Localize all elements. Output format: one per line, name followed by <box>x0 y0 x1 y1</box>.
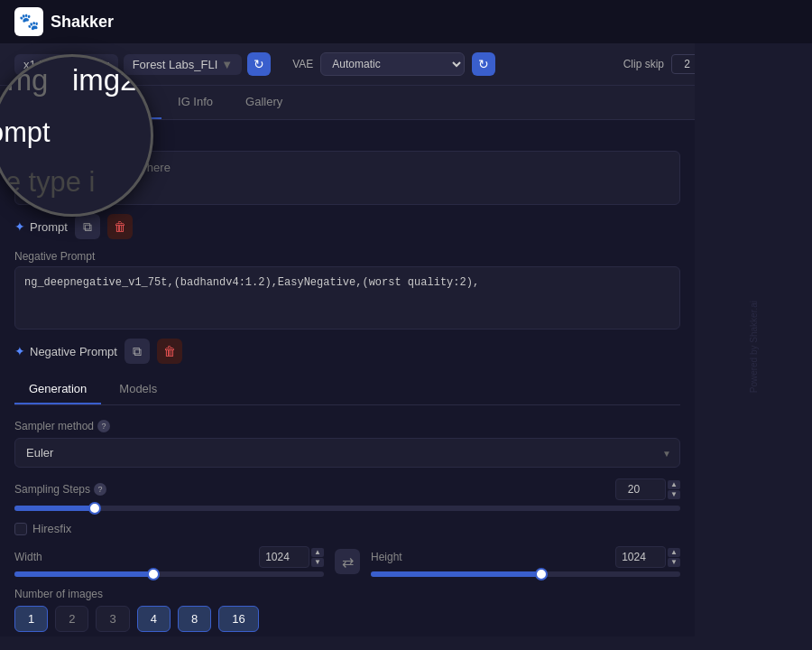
hiresfix-section: Hiresfix <box>14 522 680 535</box>
sampling-steps-input[interactable] <box>615 478 666 500</box>
steps-help-icon[interactable]: ? <box>94 483 106 496</box>
magnifier-content: xt2img img2img Prompt ease type i <box>0 54 153 217</box>
height-input[interactable] <box>615 546 666 568</box>
trash-icon: 🗑 <box>114 219 126 234</box>
sampler-section: Sampler method ? Euler Euler a DPM++ 2M … <box>14 420 680 468</box>
tab-generation[interactable]: Generation <box>14 375 101 404</box>
steps-down[interactable]: ▼ <box>668 490 680 499</box>
copy-icon: ⧉ <box>83 219 92 235</box>
generation-tabs: Generation Models <box>14 375 680 405</box>
width-down[interactable]: ▼ <box>311 558 324 567</box>
hiresfix-checkbox[interactable] <box>14 523 27 535</box>
trash-icon: 🗑 <box>163 344 176 358</box>
magnifier-overlay: xt2img img2img Prompt ease type i <box>0 54 153 217</box>
hiresfix-label: Hiresfix <box>32 522 71 535</box>
top-bar: 🐾 Shakker <box>0 0 812 43</box>
width-label: Width <box>14 551 42 563</box>
num-images-16[interactable]: 16 <box>218 606 258 632</box>
sampler-select-wrapper: Euler Euler a DPM++ 2M DPM++ SDE DDIM <box>14 438 680 468</box>
dimensions-section: Width ▲ ▼ ⇄ Height <box>14 546 680 577</box>
copy-icon: ⧉ <box>133 344 142 359</box>
num-images-8[interactable]: 8 <box>178 606 211 632</box>
num-images-3[interactable]: 3 <box>96 606 129 632</box>
height-slider[interactable] <box>371 571 680 577</box>
logo-text: Shakker <box>51 13 114 32</box>
negative-prompt-textarea[interactable]: ng_deepnegative_v1_75t,(badhandv4:1.2),E… <box>14 266 680 330</box>
vae-label: VAE <box>292 58 313 70</box>
sampling-steps-slider[interactable] <box>14 506 680 511</box>
tab-gallery[interactable]: Gallery <box>229 86 299 119</box>
negative-prompt-toolbar-label: Negative Prompt <box>30 345 117 358</box>
tab-models[interactable]: Models <box>105 375 171 404</box>
height-up[interactable]: ▲ <box>668 548 680 557</box>
neg-prompt-delete-button[interactable]: 🗑 <box>157 339 182 364</box>
width-section: Width ▲ ▼ <box>14 546 324 577</box>
neg-prompt-icon: ✦ <box>14 344 25 358</box>
width-slider[interactable] <box>14 571 324 577</box>
watermark-text: Powered by Shakker.ai <box>749 301 759 393</box>
prompt-delete-button[interactable]: 🗑 <box>107 214 133 239</box>
logo-icon: 🐾 <box>14 7 43 36</box>
prompt-toolbar: ✦ Prompt ⧉ 🗑 <box>14 214 680 239</box>
right-panel: Powered by Shakker.ai <box>695 43 812 650</box>
width-up[interactable]: ▲ <box>311 548 324 557</box>
mag-txt2img-tab: xt2img <box>0 62 48 96</box>
steps-up[interactable]: ▲ <box>668 480 680 489</box>
num-images-section: Number of images 1 2 3 4 8 16 <box>14 588 680 632</box>
swap-icon: ⇄ <box>342 553 354 571</box>
num-images-4[interactable]: 4 <box>137 606 171 632</box>
mag-img2img-tab: img2img <box>71 62 153 96</box>
mag-prompt-label: Prompt <box>0 108 153 158</box>
vae-refresh-button[interactable]: ↻ <box>472 52 495 76</box>
negative-prompt-toolbar: ✦ Negative Prompt ⧉ 🗑 <box>14 339 680 364</box>
num-images-label: Number of images <box>14 588 680 600</box>
chevron-down-icon: ▼ <box>221 58 233 71</box>
clip-skip-label: Clip skip <box>623 58 664 70</box>
sampler-label: Sampler method ? <box>14 420 680 432</box>
sampling-steps-header: Sampling Steps ? ▲ ▼ <box>14 478 680 500</box>
sampler-select[interactable]: Euler Euler a DPM++ 2M DPM++ SDE DDIM <box>14 438 680 468</box>
swap-dimensions-button[interactable]: ⇄ <box>335 549 360 574</box>
sampling-steps-section: Sampling Steps ? ▲ ▼ <box>14 478 680 511</box>
negative-prompt-section: Negative Prompt ng_deepnegative_v1_75t,(… <box>14 250 680 364</box>
prompt-icon: ✦ <box>14 219 25 234</box>
prompt-copy-button[interactable]: ⧉ <box>75 214 100 239</box>
model-refresh-button[interactable]: ↻ <box>247 52 271 76</box>
prompt-toolbar-label: Prompt <box>30 220 68 234</box>
num-images-2[interactable]: 2 <box>55 606 88 632</box>
negative-prompt-label: Negative Prompt <box>14 250 680 263</box>
height-label: Height <box>371 551 402 563</box>
num-images-1[interactable]: 1 <box>14 606 48 632</box>
vae-section: VAE Automatic ↻ <box>292 52 495 76</box>
num-images-row: 1 2 3 4 8 16 <box>14 606 680 632</box>
vae-select[interactable]: Automatic <box>320 52 465 76</box>
height-down[interactable]: ▼ <box>668 558 680 567</box>
width-input[interactable] <box>259 546 309 568</box>
tab-ig-info[interactable]: IG Info <box>161 86 229 119</box>
mag-placeholder: ease type i <box>0 158 153 208</box>
sampler-help-icon[interactable]: ? <box>97 420 110 432</box>
neg-prompt-copy-button[interactable]: ⧉ <box>125 339 150 364</box>
height-section: Height ▲ ▼ <box>371 546 680 577</box>
